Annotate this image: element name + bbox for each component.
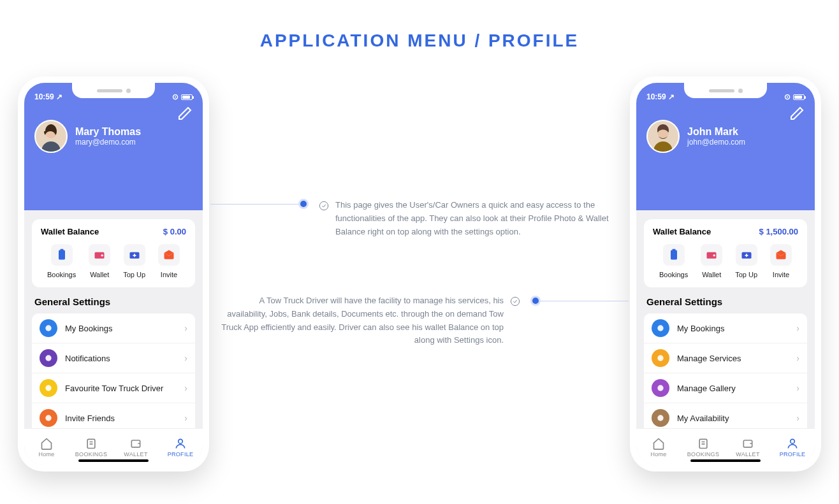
setting-icon [652,349,669,367]
connector-dot [298,199,309,209]
setting-icon [40,409,57,427]
setting-label: Notifications [65,354,184,363]
page-title: APPLICATION MENU / PROFILE [0,0,839,51]
setting-item[interactable]: My Bookings› [32,313,195,343]
svg-point-24 [657,355,663,361]
wallet-card: Wallet Balance $ 0.00 Bookings Wallet To… [32,219,195,287]
setting-item[interactable]: Notifications› [32,343,195,373]
svg-point-8 [45,385,51,391]
qa-topup[interactable]: Top Up [123,244,145,278]
setting-item[interactable]: Manage Gallery› [644,373,807,403]
svg-rect-1 [59,250,65,260]
connector-line [539,301,629,301]
svg-rect-19 [672,249,675,251]
profile-name: Mary Thomas [75,126,141,138]
qa-wallet[interactable]: Wallet [701,244,722,278]
setting-icon [40,379,57,397]
clipboard-icon [668,248,680,261]
wallet-balance: $ 1,500.00 [759,227,798,236]
nav-label: WALLET [124,451,147,457]
invite-icon [775,248,787,261]
setting-label: Favourite Tow Truck Driver [65,384,184,393]
svg-point-34 [319,201,328,210]
wifi-icon: ⊙ [172,92,179,101]
nav-home[interactable]: Home [24,429,69,465]
wallet-card: Wallet Balance $ 1,500.00 Bookings Walle… [644,219,807,287]
avatar[interactable] [34,120,68,153]
wallet-icon [93,248,106,261]
svg-point-25 [657,385,663,391]
chevron-right-icon: › [184,383,187,393]
svg-point-4 [101,254,103,256]
clipboard-icon [55,248,68,261]
svg-point-35 [511,297,519,305]
profile-email: mary@demo.com [75,138,141,147]
svg-point-26 [657,415,663,421]
setting-item[interactable]: Manage Services› [644,343,807,373]
setting-icon [652,379,669,397]
profile-header: 10:59 ↗ ⊙ Mary Thomas mary@demo.com [24,83,203,210]
setting-label: My Bookings [677,324,796,333]
invite-icon [163,248,175,261]
check-icon [319,201,329,211]
setting-icon [40,319,57,337]
nav-label: Home [38,451,54,457]
battery-icon [793,94,805,100]
svg-point-7 [45,355,51,361]
edit-profile-button[interactable] [789,106,805,121]
svg-point-21 [713,254,715,256]
nav-label: WALLET [736,451,759,457]
profile-email: john@demo.com [687,138,745,147]
setting-label: My Availability [677,414,796,423]
setting-item[interactable]: My Bookings› [644,313,807,343]
nav-profile[interactable]: PROFILE [770,429,815,465]
description-user: This page gives the User's/Car Owners a … [319,199,618,238]
qa-invite[interactable]: Invite [770,244,792,278]
wallet-label: Wallet Balance [41,227,99,236]
profile-header: 10:59 ↗ ⊙ John Mark john@demo.com [636,83,815,210]
topup-icon [740,248,753,261]
svg-point-23 [657,325,663,331]
nav-profile[interactable]: PROFILE [158,429,203,465]
chevron-right-icon: › [184,323,187,333]
nav-home[interactable]: Home [636,429,681,465]
edit-profile-button[interactable] [177,106,193,121]
setting-icon [652,409,669,427]
svg-rect-18 [671,250,677,260]
description-driver: A Tow Truck Driver will have the facilit… [221,294,520,347]
battery-icon [181,94,193,100]
svg-rect-2 [60,249,63,251]
chevron-right-icon: › [184,413,187,423]
section-title: General Settings [32,287,195,313]
setting-icon [652,319,669,337]
profile-name: John Mark [687,126,745,138]
svg-point-33 [791,439,795,443]
phone-driver: 10:59 ↗ ⊙ John Mark john@demo.com Wallet… [630,76,821,472]
wallet-label: Wallet Balance [653,227,711,236]
chevron-right-icon: › [184,353,187,363]
chevron-right-icon: › [796,353,799,363]
connector-line [210,204,300,205]
avatar[interactable] [646,120,680,153]
qa-bookings[interactable]: Bookings [659,244,688,278]
qa-wallet[interactable]: Wallet [89,244,110,278]
topup-icon [128,248,141,261]
nav-label: PROFILE [780,451,806,457]
connector-dot [530,296,541,306]
nav-label: BOOKINGS [687,451,719,457]
home-indicator [78,459,149,462]
section-title: General Settings [644,287,807,313]
setting-label: Manage Gallery [677,384,796,393]
qa-topup[interactable]: Top Up [735,244,757,278]
setting-label: My Bookings [65,324,184,333]
qa-bookings[interactable]: Bookings [47,244,76,278]
wifi-icon: ⊙ [784,92,791,101]
nav-label: PROFILE [168,451,194,457]
qa-invite[interactable]: Invite [158,244,180,278]
setting-item[interactable]: Favourite Tow Truck Driver› [32,373,195,403]
setting-icon [40,349,57,367]
wallet-balance: $ 0.00 [163,227,186,236]
wallet-icon [705,248,718,261]
check-icon [510,296,520,306]
nav-label: Home [650,451,666,457]
